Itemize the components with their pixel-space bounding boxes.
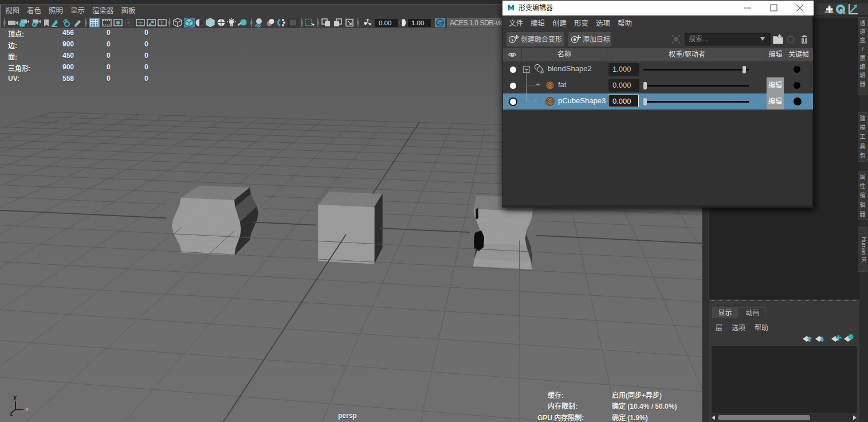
- svg-text:ON: ON: [438, 21, 443, 25]
- svg-text:y: y: [13, 393, 17, 400]
- svg-text:ACES 1.0 SDR-vid: ACES 1.0 SDR-vid: [450, 19, 504, 27]
- svg-text:添加目标: 添加目标: [583, 36, 610, 44]
- svg-text:z: z: [10, 410, 13, 417]
- svg-text:0.00: 0.00: [379, 19, 391, 26]
- svg-text:1.00: 1.00: [411, 19, 424, 26]
- svg-text:形变编辑器: 形变编辑器: [519, 3, 553, 12]
- svg-text:x: x: [25, 405, 29, 412]
- svg-text:搜索...: 搜索...: [689, 34, 708, 43]
- svg-text:创建融合变形: 创建融合变形: [521, 35, 562, 44]
